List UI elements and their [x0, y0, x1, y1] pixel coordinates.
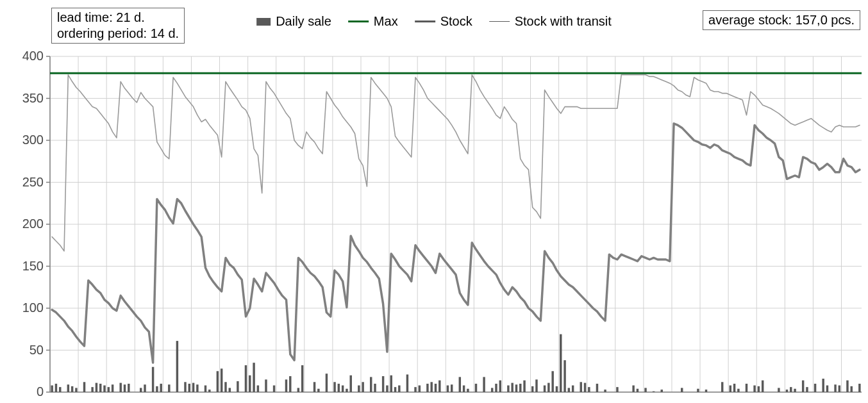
svg-rect-59 [55, 384, 57, 392]
svg-rect-103 [317, 389, 319, 392]
svg-rect-161 [660, 390, 662, 392]
svg-rect-168 [737, 389, 739, 392]
svg-rect-79 [168, 384, 170, 392]
svg-rect-139 [519, 384, 521, 392]
svg-rect-159 [644, 388, 646, 392]
svg-rect-167 [733, 384, 735, 392]
svg-rect-116 [390, 375, 392, 392]
svg-rect-153 [588, 387, 590, 392]
svg-rect-63 [75, 388, 77, 392]
svg-rect-83 [192, 383, 194, 392]
svg-rect-143 [544, 386, 546, 392]
svg-rect-98 [285, 379, 287, 392]
svg-rect-74 [140, 388, 142, 392]
svg-rect-130 [467, 389, 469, 392]
svg-rect-128 [459, 377, 461, 392]
svg-rect-149 [568, 388, 570, 392]
chart-stage: 050100150200250300350400 lead time: 21 d… [0, 0, 868, 403]
svg-rect-58 [51, 386, 53, 392]
svg-rect-182 [834, 384, 836, 392]
svg-rect-163 [697, 389, 699, 392]
legend-item-daily-sale: Daily sale [256, 14, 331, 29]
svg-rect-184 [846, 381, 848, 392]
svg-rect-108 [346, 389, 347, 392]
svg-rect-151 [580, 382, 582, 392]
svg-rect-169 [746, 384, 747, 392]
svg-rect-131 [475, 384, 477, 392]
svg-rect-82 [188, 384, 190, 392]
svg-rect-135 [499, 381, 501, 392]
svg-rect-70 [112, 384, 113, 392]
svg-rect-71 [119, 383, 121, 392]
legend-label: Stock [440, 14, 472, 29]
svg-text:400: 400 [22, 49, 44, 63]
info-box-right: average stock: 157,0 pcs. [703, 10, 860, 30]
svg-rect-97 [273, 386, 275, 392]
svg-rect-122 [426, 384, 428, 392]
svg-rect-69 [108, 387, 110, 392]
svg-rect-68 [103, 386, 105, 392]
svg-text:50: 50 [29, 343, 44, 357]
svg-rect-112 [370, 377, 372, 392]
svg-rect-124 [435, 384, 437, 392]
svg-rect-133 [491, 388, 493, 392]
svg-rect-89 [224, 382, 226, 392]
svg-rect-186 [858, 384, 860, 392]
svg-rect-118 [398, 386, 400, 392]
svg-rect-106 [338, 384, 340, 392]
svg-rect-113 [374, 384, 376, 392]
svg-rect-150 [572, 386, 574, 392]
svg-text:0: 0 [37, 384, 44, 399]
svg-rect-145 [551, 371, 553, 392]
svg-rect-129 [463, 386, 465, 392]
svg-rect-127 [451, 384, 453, 392]
legend-item-stock: Stock [415, 14, 472, 29]
legend-swatch-bar-icon [256, 18, 271, 26]
svg-rect-61 [67, 384, 69, 392]
svg-rect-101 [301, 365, 303, 392]
chart-plot: 050100150200250300350400 [0, 0, 868, 403]
svg-rect-179 [814, 384, 816, 392]
svg-rect-121 [419, 386, 421, 392]
svg-text:100: 100 [22, 300, 44, 315]
svg-rect-137 [511, 383, 513, 392]
svg-rect-95 [257, 386, 259, 392]
svg-rect-77 [156, 386, 158, 392]
svg-text:200: 200 [22, 217, 44, 231]
svg-rect-67 [99, 384, 101, 392]
svg-rect-85 [204, 386, 206, 392]
svg-rect-146 [556, 386, 558, 392]
legend-swatch-line-icon [415, 21, 435, 22]
svg-rect-99 [289, 376, 291, 392]
svg-rect-140 [523, 381, 525, 392]
svg-rect-176 [794, 389, 796, 392]
svg-rect-65 [91, 387, 93, 392]
info-right-text: average stock: 157,0 pcs. [708, 13, 855, 27]
svg-rect-138 [515, 384, 517, 392]
legend-label: Daily sale [276, 14, 331, 29]
svg-rect-165 [721, 382, 723, 392]
svg-rect-75 [144, 384, 146, 392]
svg-rect-180 [822, 379, 824, 392]
svg-rect-141 [531, 386, 533, 392]
svg-rect-111 [362, 382, 363, 392]
svg-rect-94 [253, 363, 255, 392]
svg-rect-154 [596, 384, 598, 392]
svg-rect-117 [394, 387, 396, 392]
svg-rect-104 [326, 374, 328, 392]
svg-rect-84 [196, 384, 198, 392]
svg-rect-183 [839, 386, 840, 392]
svg-rect-91 [237, 381, 238, 392]
info-left-line1: lead time: 21 d. [57, 10, 179, 26]
svg-rect-110 [358, 386, 360, 392]
svg-rect-136 [507, 386, 509, 392]
svg-rect-166 [730, 386, 731, 392]
svg-rect-174 [786, 390, 788, 392]
svg-rect-134 [495, 384, 497, 392]
svg-rect-96 [265, 379, 267, 392]
svg-rect-156 [616, 387, 618, 392]
svg-rect-120 [414, 387, 416, 392]
svg-rect-105 [333, 382, 335, 392]
svg-rect-109 [350, 375, 352, 392]
svg-rect-158 [637, 389, 638, 392]
